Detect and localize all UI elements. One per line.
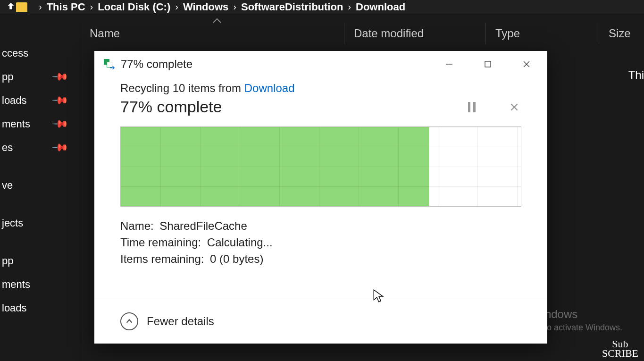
- subscribe-watermark: Sub SCRIBE: [602, 339, 638, 358]
- detail-value: Calculating...: [207, 236, 273, 249]
- sidebar-item[interactable]: ve: [0, 174, 80, 197]
- cancel-button[interactable]: [507, 100, 521, 114]
- sidebar-item[interactable]: ments 📌: [0, 112, 80, 136]
- watermark-sub: Go to Settings to activate Windows.: [488, 323, 622, 333]
- sidebar-item[interactable]: pp 📌: [0, 65, 80, 89]
- breadcrumb-item[interactable]: Windows: [183, 1, 228, 13]
- maximize-button[interactable]: [480, 57, 495, 72]
- minimize-button[interactable]: [442, 57, 457, 72]
- close-icon: [509, 102, 519, 112]
- row-partial-text: Thi: [628, 68, 644, 82]
- sidebar-item-label: ments: [2, 118, 30, 130]
- detail-time: Time remaining: Calculating...: [120, 235, 521, 251]
- pin-icon: 📌: [51, 139, 69, 156]
- pin-icon: 📌: [51, 115, 69, 133]
- column-size[interactable]: Size: [599, 23, 644, 44]
- breadcrumb-item[interactable]: Local Disk (C:): [98, 1, 170, 13]
- sidebar-item-label: ments: [2, 278, 30, 291]
- column-name[interactable]: Name: [80, 23, 344, 44]
- sidebar: ccess pp 📌 loads 📌 ments 📌 es 📌 ve jects…: [0, 23, 80, 361]
- chevron-right-icon: ›: [233, 1, 236, 12]
- detail-value: 0 (0 bytes): [210, 252, 263, 265]
- breadcrumb-item[interactable]: SoftwareDistribution: [241, 1, 343, 13]
- operation-source-link[interactable]: Download: [244, 82, 295, 94]
- operation-description: Recycling 10 items from Download: [120, 82, 521, 95]
- column-date[interactable]: Date modified: [344, 23, 486, 44]
- fewer-details-label: Fewer details: [147, 315, 214, 328]
- sidebar-item-label: loads: [2, 94, 27, 107]
- sidebar-item[interactable]: ccess: [0, 42, 80, 65]
- activate-windows-watermark: Activate Windows Go to Settings to activ…: [488, 308, 622, 333]
- watermark-title: Activate Windows: [488, 308, 622, 321]
- dialog-title: 77% complete: [121, 58, 192, 71]
- chevron-right-icon: ›: [39, 1, 42, 12]
- percent-complete: 77% complete: [120, 98, 222, 116]
- detail-label: Items remaining:: [120, 252, 204, 265]
- address-bar: › This PC › Local Disk (C:) › Windows › …: [0, 0, 644, 14]
- subscribe-l2: SCRIBE: [602, 349, 638, 358]
- column-headers: Name Date modified Type Size: [80, 23, 644, 44]
- chevron-up-icon: [120, 312, 138, 330]
- sidebar-item[interactable]: jects: [0, 211, 80, 235]
- sidebar-item[interactable]: ments: [0, 273, 80, 296]
- file-operation-icon: ➔: [104, 59, 114, 69]
- chevron-right-icon: ›: [175, 1, 178, 12]
- sidebar-item-label: es: [2, 142, 13, 154]
- pin-icon: 📌: [51, 92, 69, 109]
- sidebar-item[interactable]: loads: [0, 296, 80, 320]
- sidebar-item-label: jects: [2, 217, 23, 229]
- detail-items: Items remaining: 0 (0 bytes): [120, 251, 521, 268]
- detail-label: Time remaining:: [120, 236, 201, 249]
- sidebar-item-label: ve: [2, 179, 13, 192]
- detail-name: Name: SharedFileCache: [120, 218, 521, 235]
- pause-button[interactable]: [465, 100, 479, 114]
- progress-dialog: ➔ 77% complete Recycling 10 items from D…: [94, 51, 547, 344]
- column-type[interactable]: Type: [486, 23, 599, 44]
- up-icon[interactable]: [6, 1, 16, 13]
- pause-icon: [468, 102, 476, 112]
- sidebar-item-label: pp: [2, 255, 13, 267]
- sidebar-item-label: ccess: [2, 47, 28, 59]
- progress-grid: [121, 127, 521, 206]
- sidebar-item[interactable]: loads 📌: [0, 89, 80, 112]
- chevron-right-icon: ›: [348, 1, 351, 12]
- sidebar-item-label: pp: [2, 71, 13, 83]
- close-button[interactable]: [519, 57, 534, 72]
- folder-icon: [16, 2, 27, 12]
- progress-bar: [120, 126, 521, 207]
- operation-prefix: Recycling 10 items from: [120, 82, 244, 94]
- svg-rect-1: [485, 61, 491, 67]
- detail-value: SharedFileCache: [159, 219, 247, 232]
- breadcrumb-item[interactable]: This PC: [47, 1, 85, 13]
- detail-label: Name:: [120, 219, 154, 232]
- pin-icon: 📌: [51, 68, 69, 85]
- sidebar-item[interactable]: pp: [0, 249, 80, 273]
- dialog-body: Recycling 10 items from Download 77% com…: [94, 77, 547, 299]
- dialog-titlebar: ➔ 77% complete: [94, 51, 547, 77]
- sidebar-item[interactable]: es 📌: [0, 136, 80, 160]
- chevron-right-icon: ›: [90, 1, 93, 12]
- breadcrumb-item[interactable]: Download: [356, 1, 405, 13]
- sidebar-item-label: loads: [2, 302, 27, 314]
- fewer-details-toggle[interactable]: Fewer details: [94, 299, 547, 344]
